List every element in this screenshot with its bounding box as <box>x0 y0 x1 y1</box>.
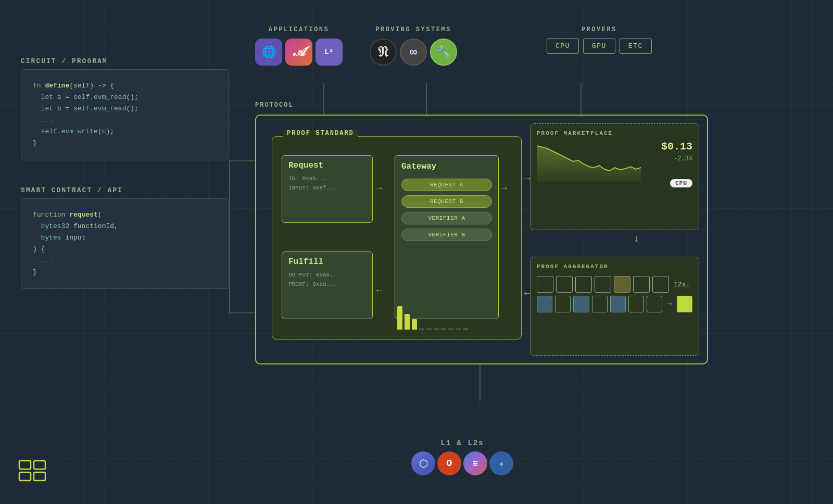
bar-dot-7 <box>463 326 468 330</box>
vline-left-connect <box>229 160 230 312</box>
bar-dot-1 <box>419 326 424 330</box>
proving-icon-n: 𝔑 <box>370 39 397 66</box>
circuit-section: CIRCUIT / PROGRAM fn define(self) -> { l… <box>21 57 229 160</box>
l1l2-eth-icon: ⬡ <box>411 451 435 475</box>
market-chart-svg <box>537 141 641 182</box>
sc-line-2: bytes32 functionId, <box>33 222 118 230</box>
gateway-verifier-a: VERIFIER A <box>401 212 492 224</box>
bar-2 <box>405 314 410 330</box>
applications-icons: 🌐 𝒜 L² <box>255 39 343 66</box>
bar-dot-2 <box>426 326 432 330</box>
vline-proving <box>426 83 427 116</box>
pa-box-4 <box>595 276 611 293</box>
bar-dot-4 <box>441 326 446 330</box>
proof-aggregator-box: PROOF AGGREGATOR 12x↓ <box>530 257 699 356</box>
hline-smart <box>229 312 256 313</box>
svg-rect-0 <box>19 461 31 469</box>
proving-systems-title: PROVING SYSTEMS <box>370 26 457 33</box>
proof-marketplace-title: PROOF MARKETPLACE <box>537 130 692 136</box>
l1l2-icons: ⬡ O ≋ ✦ <box>411 451 513 475</box>
main-container: APPLICATIONS 🌐 𝒜 L² PROVING SYSTEMS 𝔑 ∞ … <box>0 0 833 504</box>
app-icon-l2: L² <box>315 39 343 66</box>
vline-apps-protocol <box>323 83 324 116</box>
prover-cpu-badge[interactable]: CPU <box>547 39 579 54</box>
prover-gpu-badge[interactable]: GPU <box>583 39 615 54</box>
code-line-2: let b = self.evm_read(); <box>33 105 138 112</box>
fulfill-title: Fulfill <box>288 257 366 267</box>
aggregator-row-2: → <box>537 296 692 312</box>
request-title: Request <box>288 161 366 170</box>
gateway-request-a: REQUEST A <box>401 179 492 191</box>
vline-bottom <box>479 364 481 401</box>
proof-standard-title: PROOF STANDARD <box>283 130 358 137</box>
provers-title: PROVERS <box>547 26 652 33</box>
applications-title: APPLICATIONS <box>255 26 343 33</box>
circuit-code-box: fn define(self) -> { let a = self.evm_re… <box>21 69 229 160</box>
pa-box-5 <box>633 276 650 293</box>
app-icon-globe: 🌐 <box>255 39 282 66</box>
sc-dots: ... <box>33 257 53 264</box>
pa-box-teal-3 <box>610 296 626 312</box>
app-icon-alpha: 𝒜 <box>285 39 312 66</box>
prover-etc-badge[interactable]: ETC <box>620 39 652 54</box>
bar-1 <box>397 306 402 330</box>
arrow-market-to-agg: ↓ <box>633 233 639 245</box>
request-input: INPUT: 0xef... <box>288 184 366 193</box>
fulfill-proof: PROOF: 0xbd... <box>288 280 366 289</box>
fn-params: (self) -> { <box>69 82 114 90</box>
hline-circuit <box>229 160 256 161</box>
pa-box-r2-4 <box>647 296 662 312</box>
pa-box-6 <box>652 276 669 293</box>
bar-dot-3 <box>434 326 439 330</box>
proof-standard-box: PROOF STANDARD Request ID: 0xab... INPUT… <box>272 136 522 339</box>
market-cpu-badge: CPU <box>670 179 692 187</box>
arrow-req-to-gateway: → <box>376 183 382 193</box>
sc-line-1: function request( <box>33 211 102 219</box>
smart-contract-section: SMART CONTRACT / API function request( b… <box>21 186 229 289</box>
pa-box-r2-1 <box>555 296 571 312</box>
request-id: ID: 0xab... <box>288 174 366 184</box>
aggregator-row-1: 12x↓ <box>537 276 692 293</box>
pa-box-1 <box>537 276 553 293</box>
pa-box-green <box>677 296 692 312</box>
proving-icon-wrench: 🔧 <box>430 39 457 66</box>
left-panel: CIRCUIT / PROGRAM fn define(self) -> { l… <box>21 57 229 289</box>
bar-3 <box>412 319 417 330</box>
market-price: $0.13 <box>661 141 692 153</box>
sc-line-3: bytes input <box>33 234 85 242</box>
bar-dot-6 <box>456 326 461 330</box>
pa-box-teal-1 <box>537 296 552 312</box>
fulfill-output: OUTPUT: 0xa6... <box>288 271 366 280</box>
provers-section: PROVERS CPU GPU ETC <box>547 26 652 54</box>
gateway-verifier-b: VERIFIER B <box>401 229 492 241</box>
proving-icon-infinity: ∞ <box>400 39 427 66</box>
bar-chart <box>397 298 512 330</box>
smart-code-box: function request( bytes32 functionId, by… <box>21 198 229 289</box>
request-box: Request ID: 0xab... INPUT: 0xef... <box>282 155 373 223</box>
sc-line-4: ) { <box>33 245 45 253</box>
code-close: } <box>33 139 37 147</box>
pa-box-2 <box>556 276 573 293</box>
fulfill-box: Fulfill OUTPUT: 0xa6... PROOF: 0xbd... <box>282 251 373 319</box>
svg-rect-3 <box>34 472 45 481</box>
proving-systems-section: PROVING SYSTEMS 𝔑 ∞ 🔧 <box>370 26 457 66</box>
fn-keyword: fn <box>33 82 45 90</box>
arrow-agg-to-fulfill: ← <box>376 285 382 296</box>
pa-box-teal-2 <box>573 296 589 312</box>
l1l2-section: L1 & L2s ⬡ O ≋ ✦ <box>411 439 513 475</box>
logo-svg <box>18 460 47 482</box>
chart-fill <box>537 146 641 182</box>
l1l2-label: L1 & L2s <box>411 439 513 447</box>
sc-close: } <box>33 268 37 276</box>
market-change: -2.3% <box>674 155 692 162</box>
vline-provers <box>580 83 582 116</box>
gateway-request-b: REQUEST B <box>401 195 492 208</box>
svg-rect-1 <box>19 472 31 481</box>
prover-badges: CPU GPU ETC <box>547 39 652 54</box>
proof-aggregator-title: PROOF AGGREGATOR <box>537 263 692 270</box>
logo <box>18 460 47 486</box>
svg-rect-2 <box>34 461 45 469</box>
smart-label: SMART CONTRACT / API <box>21 186 229 194</box>
protocol-outer-box: PROOF STANDARD Request ID: 0xab... INPUT… <box>255 115 708 364</box>
proving-systems-icons: 𝔑 ∞ 🔧 <box>370 39 457 66</box>
